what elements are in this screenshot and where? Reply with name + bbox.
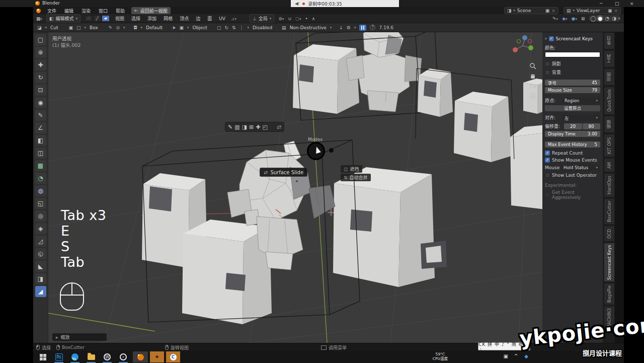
annotation-visibility-dropdown[interactable]: ✎▾	[552, 16, 558, 21]
tab-tool[interactable]: 工具	[604, 50, 615, 67]
search-app-taskbar-icon[interactable]: ⌕	[117, 351, 130, 362]
menu-uv[interactable]: UV	[217, 16, 227, 21]
redo-panel[interactable]: ▸ 缩放	[52, 333, 107, 341]
menu-face[interactable]: 面	[206, 15, 213, 22]
start-button[interactable]	[36, 351, 49, 362]
w-app-taskbar-icon[interactable]: W	[101, 351, 114, 362]
xray-toggle-icon[interactable]: ⊞	[581, 16, 585, 21]
3d-viewport[interactable]: ▢ ⊕ ✚ ↻ ⊡ ◉ ✎ ∠ ◧ ◫ ▩ ◔ ◍ ◱ ◎ ◈ ◿ ◵ ◣ ◨ …	[33, 32, 624, 343]
region-icon[interactable]: ◰	[262, 124, 267, 130]
bevel-tool-icon[interactable]: ◔	[35, 173, 46, 184]
set-origin-button[interactable]: 设置原点	[545, 105, 600, 111]
menu-window[interactable]: 窗口	[97, 8, 109, 14]
menu-edit[interactable]: 编辑	[63, 8, 75, 14]
shrink-fatten-tool-icon[interactable]: ◣	[35, 261, 46, 272]
orientation-dropdown[interactable]: ⊥ 全局 ▾	[250, 14, 274, 23]
screencast-keys-enable-checkbox[interactable]	[549, 36, 554, 41]
proportional-center-icon[interactable]: •	[305, 16, 307, 21]
rotate-tool-icon[interactable]: ↻	[35, 72, 46, 83]
speaker-icon[interactable]: ◀❜	[295, 1, 299, 6]
tray-chevron-icon[interactable]: ^	[514, 353, 518, 359]
menu-help[interactable]: 帮助	[114, 8, 126, 14]
tab-hardops[interactable]: HardOps	[604, 173, 615, 197]
tab-am[interactable]: AM	[604, 158, 615, 172]
add-cube-tool-icon[interactable]: ◧	[35, 135, 46, 146]
font-size-slider[interactable]: 字号45	[545, 80, 600, 86]
zoom-icon[interactable]	[528, 61, 537, 70]
move-tool-icon[interactable]: ✚	[35, 59, 46, 70]
tab-ocd[interactable]: OCD	[604, 226, 615, 242]
spin-tool-icon[interactable]: ◈	[35, 223, 46, 234]
file-explorer-taskbar-icon[interactable]	[85, 351, 98, 362]
tab-item[interactable]: 条目	[604, 32, 615, 49]
falloff-icon[interactable]: ∧	[312, 16, 315, 21]
collapse-arrow-icon[interactable]: ▾	[545, 37, 547, 41]
new-viewlayer-icon[interactable]: ▣	[608, 8, 612, 13]
repeat-count-checkbox[interactable]	[545, 151, 550, 156]
display-monitor-icon[interactable]: ▢	[217, 25, 221, 30]
edge-taskbar-icon[interactable]	[68, 351, 82, 362]
pan-hand-icon[interactable]	[528, 71, 537, 80]
align-dropdown[interactable]: 左▾	[562, 115, 600, 121]
offset-x-field[interactable]: 20	[564, 123, 582, 129]
draw-tool-icon[interactable]: ✎	[109, 25, 113, 30]
delete-viewlayer-icon[interactable]: ×	[614, 8, 618, 13]
background-checkbox[interactable]	[545, 70, 550, 75]
tab-boxcutter[interactable]: BoxCutter	[604, 198, 615, 225]
offset-y-field[interactable]: 80	[583, 123, 601, 129]
grid-snap-icon[interactable]: ⊞	[249, 124, 254, 130]
mirror-dots-icon[interactable]: ⋮	[239, 25, 244, 30]
scale-tool-icon[interactable]: ⊡	[35, 85, 46, 96]
smooth-tool-icon[interactable]: ◿	[35, 236, 46, 247]
cyclic-icon[interactable]: ↻	[224, 25, 228, 30]
mode-dropdown[interactable]: ◧ 编辑模式 ▾	[46, 14, 80, 23]
maximize-button[interactable]: □	[615, 0, 619, 7]
blender-taskbar-icon[interactable]	[133, 351, 148, 362]
menu-add[interactable]: 添加	[146, 15, 158, 22]
tab-edit[interactable]: 编辑	[604, 116, 615, 133]
color-swatch[interactable]	[545, 52, 600, 57]
extrude-tool-icon[interactable]: ◫	[35, 148, 46, 159]
show-last-operator-checkbox[interactable]	[545, 173, 550, 178]
cursor-tool-icon[interactable]: ⊕	[35, 47, 46, 58]
tab-view[interactable]: 视图	[604, 68, 615, 86]
back-to-previous-view-button[interactable]: ⇤ 返回前一视图	[131, 7, 171, 15]
solid-shading-button[interactable]: ●	[597, 15, 603, 22]
new-scene-icon[interactable]: ▣	[545, 8, 550, 13]
tray-window-icon[interactable]: ▣	[504, 353, 508, 359]
mask-icon[interactable]: ◨	[242, 124, 247, 130]
origin-dropdown[interactable]: Region▾	[562, 98, 600, 104]
loop-cut-tool-icon[interactable]: ◍	[35, 185, 46, 196]
box-shape-icon[interactable]: □	[76, 25, 81, 30]
pin-icon[interactable]: ✚	[256, 124, 260, 130]
close-button[interactable]: ×	[630, 0, 634, 7]
show-shape-toggle-icon[interactable]: ▣	[69, 25, 73, 30]
tray-shield-icon[interactable]: ◆	[524, 353, 528, 359]
menu-edge[interactable]: 边	[194, 15, 202, 22]
vertex-select-button[interactable]: ∴	[85, 15, 93, 22]
weight-icon[interactable]: ▥	[234, 124, 239, 130]
photoshop-taskbar-icon[interactable]: Ps	[52, 351, 65, 362]
inset-tool-icon[interactable]: ▩	[35, 160, 46, 171]
tool-fallback-dropdown[interactable]: ⊿▾	[231, 16, 236, 21]
gizmo-toggle-dropdown[interactable]: ◈▾	[562, 16, 567, 21]
tab-bagapie[interactable]: BagaPie	[604, 283, 615, 305]
object-snap-icon[interactable]: ▣	[180, 25, 184, 30]
wireframe-shading-button[interactable]: ◯	[590, 15, 596, 22]
get-event-aggressively-checkbox[interactable]	[545, 192, 550, 197]
editor-type-button[interactable]: ▦▾	[36, 16, 42, 21]
menu-select[interactable]: 选择	[130, 15, 142, 22]
settings-gear-icon[interactable]: ⚙	[347, 25, 351, 30]
modes-pie-button[interactable]	[307, 142, 325, 160]
edge-select-button[interactable]: ╱	[93, 15, 101, 22]
knife-tool-icon[interactable]: ◱	[35, 198, 46, 209]
draw-icon[interactable]: ✎	[228, 124, 232, 130]
show-mouse-events-checkbox[interactable]	[545, 158, 550, 163]
lock-pivot-icon[interactable]: ◘	[133, 25, 137, 30]
mouse-size-slider[interactable]: Mouse Size79	[545, 87, 600, 93]
shape-label[interactable]: Box	[90, 25, 98, 30]
pivot-label[interactable]: Default	[146, 25, 163, 30]
cut-shape-icon[interactable]: ◪	[37, 25, 42, 30]
cut-mode-label[interactable]: Cut	[50, 25, 58, 30]
orange-app-taskbar-icon[interactable]: ✦	[150, 351, 164, 362]
